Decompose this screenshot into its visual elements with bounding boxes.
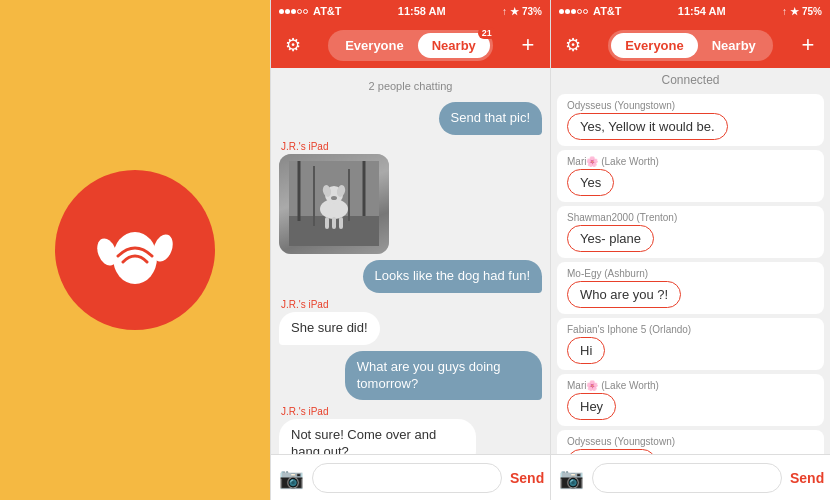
msg-row-3: Looks like the dog had fun! xyxy=(279,260,542,293)
phone-screen-chat: AT&T 11:58 AM ↑ ★ 73% ⚙ Everyone Nearby … xyxy=(270,0,550,500)
time-2: 11:54 AM xyxy=(678,5,726,17)
sender-jr-1: J.R.'s iPad xyxy=(281,141,542,152)
sender-jr-3: J.R.'s iPad xyxy=(281,406,542,417)
feed-area: Connected Odysseus (Youngstown) Yes, Yel… xyxy=(551,68,830,454)
bubble-recv-1: She sure did! xyxy=(279,312,380,345)
bottom-bar-1: 📷 Send xyxy=(271,454,550,500)
sender-jr-2: J.R.'s iPad xyxy=(281,299,542,310)
dot2 xyxy=(285,9,290,14)
app-icon xyxy=(55,170,215,330)
feed-bubble-4: Who are you ?! xyxy=(567,281,681,308)
badge-1: 21 xyxy=(478,27,496,39)
feed-item-6: Mari🌸 (Lake Worth) Hey xyxy=(557,374,824,426)
feed-bubble-3: Yes- plane xyxy=(567,225,654,252)
feed-item-2: Mari🌸 (Lake Worth) Yes xyxy=(557,150,824,202)
dot7 xyxy=(565,9,570,14)
dog-image-inner xyxy=(279,154,389,254)
msg-row-2: J.R.'s iPad xyxy=(279,141,542,254)
message-input-1[interactable] xyxy=(312,463,502,493)
dot10 xyxy=(583,9,588,14)
send-button-1[interactable]: Send xyxy=(510,470,544,486)
shaka-icon xyxy=(85,200,185,300)
camera-icon-1[interactable]: 📷 xyxy=(279,466,304,490)
msg-row-6: J.R.'s iPad Not sure! Come over and hang… xyxy=(279,406,542,454)
tab-nearby-label-1: Nearby xyxy=(432,38,476,53)
left-panel xyxy=(0,0,270,500)
nav-tabs-2: Everyone Nearby xyxy=(608,30,773,61)
feed-bubble-5: Hi xyxy=(567,337,605,364)
carrier-1: AT&T xyxy=(313,5,342,17)
feed-bubble-2: Yes xyxy=(567,169,614,196)
tab-everyone-1[interactable]: Everyone xyxy=(331,33,418,58)
bubble-sent-2: Looks like the dog had fun! xyxy=(363,260,542,293)
status-bar-2: AT&T 11:54 AM ↑ ★ 75% xyxy=(551,0,830,22)
arrow-icon-1: ↑ xyxy=(502,6,507,17)
people-chatting: 2 people chatting xyxy=(279,76,542,96)
time-1: 11:58 AM xyxy=(398,5,446,17)
svg-point-0 xyxy=(113,232,157,284)
phone-screen-feed: AT&T 11:54 AM ↑ ★ 75% ⚙ Everyone Nearby … xyxy=(550,0,830,500)
feed-sender-1: Odysseus (Youngstown) xyxy=(567,100,814,111)
nav-bar-2: ⚙ Everyone Nearby + xyxy=(551,22,830,68)
feed-bubble-6: Hey xyxy=(567,393,616,420)
tab-nearby-1[interactable]: Nearby 21 xyxy=(418,33,490,58)
tab-nearby-2[interactable]: Nearby xyxy=(698,33,770,58)
add-button-1[interactable]: + xyxy=(514,31,542,59)
feed-sender-2: Mari🌸 (Lake Worth) xyxy=(567,156,814,167)
bubble-sent-1: Send that pic! xyxy=(439,102,543,135)
nav-tabs-1: Everyone Nearby 21 xyxy=(328,30,493,61)
gear-button-2[interactable]: ⚙ xyxy=(559,31,587,59)
connected-label: Connected xyxy=(551,68,830,92)
dog-image xyxy=(279,154,389,254)
bluetooth-icon-1: ★ xyxy=(510,6,519,17)
send-button-2[interactable]: Send xyxy=(790,470,824,486)
gear-button-1[interactable]: ⚙ xyxy=(279,31,307,59)
msg-row-5: What are you guys doing tomorrow? xyxy=(279,351,542,401)
svg-rect-13 xyxy=(325,217,329,229)
carrier-2: AT&T xyxy=(593,5,622,17)
msg-row-1: Send that pic! xyxy=(279,102,542,135)
feed-sender-7: Odysseus (Youngstown) xyxy=(567,436,814,447)
message-input-2[interactable] xyxy=(592,463,782,493)
chat-area: 2 people chatting Send that pic! J.R.'s … xyxy=(271,68,550,454)
bubble-recv-2: Not sure! Come over and hang out? xyxy=(279,419,476,454)
svg-rect-14 xyxy=(332,217,336,229)
dot6 xyxy=(559,9,564,14)
status-right-1: ↑ ★ 73% xyxy=(502,6,542,17)
svg-rect-15 xyxy=(339,217,343,229)
feed-item-1: Odysseus (Youngstown) Yes, Yellow it wou… xyxy=(557,94,824,146)
arrow-icon-2: ↑ xyxy=(782,6,787,17)
feed-sender-4: Mo-Egy (Ashburn) xyxy=(567,268,814,279)
signal-2 xyxy=(559,9,588,14)
status-left-1: AT&T xyxy=(279,5,342,17)
bubble-sent-3: What are you guys doing tomorrow? xyxy=(345,351,542,401)
status-right-2: ↑ ★ 75% xyxy=(782,6,822,17)
dog-svg xyxy=(289,161,379,246)
feed-bubble-1: Yes, Yellow it would be. xyxy=(567,113,728,140)
feed-item-5: Fabian's Iphone 5 (Orlando) Hi xyxy=(557,318,824,370)
dot4 xyxy=(297,9,302,14)
camera-icon-2[interactable]: 📷 xyxy=(559,466,584,490)
battery-2: 75% xyxy=(802,6,822,17)
feed-item-7: Odysseus (Youngstown) Who am I? xyxy=(557,430,824,454)
dot8 xyxy=(571,9,576,14)
dot3 xyxy=(291,9,296,14)
add-button-2[interactable]: + xyxy=(794,31,822,59)
dot5 xyxy=(303,9,308,14)
dot9 xyxy=(577,9,582,14)
feed-sender-6: Mari🌸 (Lake Worth) xyxy=(567,380,814,391)
signal-1 xyxy=(279,9,308,14)
status-left-2: AT&T xyxy=(559,5,622,17)
bluetooth-icon-2: ★ xyxy=(790,6,799,17)
msg-row-4: J.R.'s iPad She sure did! xyxy=(279,299,542,345)
nav-bar-1: ⚙ Everyone Nearby 21 + xyxy=(271,22,550,68)
dot1 xyxy=(279,9,284,14)
battery-1: 73% xyxy=(522,6,542,17)
status-bar-1: AT&T 11:58 AM ↑ ★ 73% xyxy=(271,0,550,22)
feed-sender-3: Shawman2000 (Trenton) xyxy=(567,212,814,223)
feed-item-4: Mo-Egy (Ashburn) Who are you ?! xyxy=(557,262,824,314)
tab-everyone-2[interactable]: Everyone xyxy=(611,33,698,58)
feed-sender-5: Fabian's Iphone 5 (Orlando) xyxy=(567,324,814,335)
bottom-bar-2: 📷 Send xyxy=(551,454,830,500)
feed-item-3: Shawman2000 (Trenton) Yes- plane xyxy=(557,206,824,258)
